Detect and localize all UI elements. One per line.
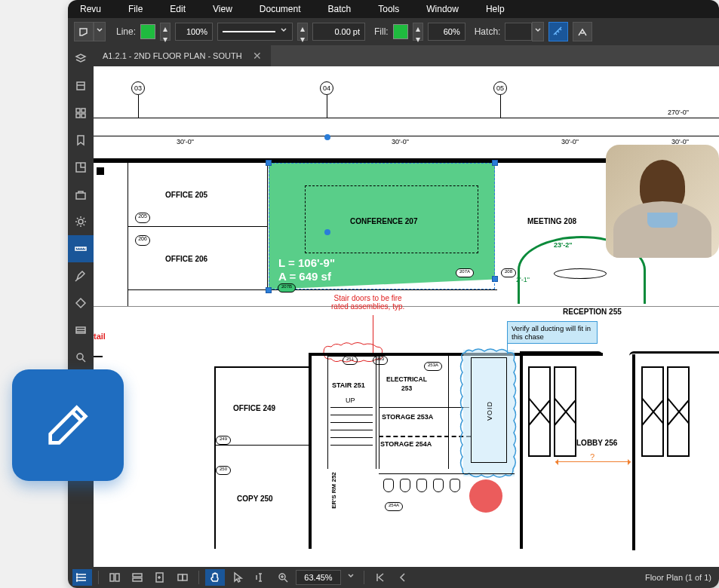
fill-opacity-input[interactable] (428, 23, 466, 41)
document-tab[interactable]: A1.2.1 - 2ND FLOOR PLAN - SOUTH ✕ (94, 45, 271, 66)
fill-opacity-spinner[interactable]: ▴▾ (413, 23, 423, 41)
svg-rect-15 (115, 574, 119, 581)
menu-view[interactable]: View (213, 4, 232, 14)
line-width-input[interactable] (175, 23, 213, 41)
sets-panel-button[interactable] (68, 317, 94, 344)
wall-curve (629, 351, 719, 356)
menu-document[interactable]: Document (260, 4, 301, 14)
tab-close-button[interactable]: ✕ (253, 50, 262, 62)
wall (214, 445, 311, 446)
thumbnails-panel-button[interactable] (68, 72, 94, 100)
split-horizontal-button[interactable] (128, 569, 147, 586)
line-pt-input[interactable] (312, 23, 365, 41)
shape-tool-button[interactable] (74, 22, 94, 41)
line-pt-spinner[interactable]: ▴▾ (297, 23, 308, 41)
measurements-panel-button[interactable] (68, 235, 94, 262)
prev-icon (397, 571, 409, 583)
first-page-button[interactable] (370, 569, 390, 586)
rotate-handle[interactable] (324, 134, 330, 140)
door-tag-208: 208 (501, 268, 516, 277)
sync-icon (177, 571, 189, 583)
spaces-panel-button[interactable] (68, 154, 94, 181)
signatures-panel-button[interactable] (68, 262, 94, 289)
measure-mode-button[interactable] (548, 22, 568, 41)
layers-panel-button[interactable] (68, 45, 94, 72)
menu-edit[interactable]: Edit (170, 4, 186, 14)
snap-button[interactable] (573, 22, 592, 41)
menu-revu[interactable]: Revu (80, 4, 101, 14)
chevron-down-icon (347, 571, 355, 583)
menu-tools[interactable]: Tools (378, 4, 399, 14)
line-color-swatch[interactable] (140, 24, 155, 39)
wall (128, 226, 267, 227)
shape-tool-dropdown[interactable] (94, 22, 106, 41)
dimension-orange[interactable] (555, 461, 631, 462)
sync-view-button[interactable] (173, 569, 192, 586)
tab-title: A1.2.1 - 2ND FLOOR PLAN - SOUTH (103, 51, 242, 60)
measurement-length: L = 106'-9" (278, 256, 335, 269)
svg-rect-14 (110, 574, 114, 581)
dim-seg1: 30'-0" (177, 138, 194, 145)
door-tag-205: 205 (135, 213, 150, 223)
tag-icon (75, 297, 87, 309)
pan-tool-button[interactable] (205, 569, 225, 586)
void-label: VOID (486, 401, 493, 421)
door-tag-253: 253 (373, 356, 388, 365)
text-cursor-icon (254, 571, 266, 583)
line-style-select[interactable] (217, 23, 293, 41)
callout-stair-note[interactable]: Stair doors to be fire rated assemblies,… (331, 294, 404, 311)
properties-panel-button[interactable] (68, 208, 94, 235)
menu-batch[interactable]: Batch (328, 4, 352, 14)
drawing-canvas[interactable]: 03 04 05 270'-0" 30'-0" 30'-0" 30'-0" 30… (94, 66, 719, 567)
zoom-input[interactable] (296, 570, 341, 585)
hatch-dropdown[interactable] (532, 22, 544, 41)
pen-icon (75, 270, 87, 282)
first-icon (374, 571, 386, 583)
zoom-dropdown[interactable] (344, 569, 358, 586)
menu-help[interactable]: Help (486, 4, 505, 14)
measure-icon (552, 26, 564, 38)
callout-duct-note[interactable]: Verify all ducting will fit in this chas… (507, 321, 598, 344)
svg-rect-6 (76, 193, 85, 199)
prev-page-button[interactable] (393, 569, 413, 586)
search-panel-button[interactable] (68, 344, 94, 371)
select-tool-button[interactable] (228, 569, 247, 586)
grid-panel-button[interactable] (68, 100, 94, 127)
pencil-icon (41, 399, 94, 452)
room-lobby-256: LOBBY 256 (576, 439, 617, 447)
fill-color-swatch[interactable] (393, 24, 408, 39)
room-electrical-253a: ELECTRICAL (386, 375, 427, 383)
chevron-down-icon (534, 26, 542, 38)
room-meeting-208: MEETING 208 (527, 217, 576, 225)
wall-dashed (94, 306, 719, 307)
menu-window[interactable]: Window (426, 4, 459, 14)
stair-tread (330, 407, 373, 408)
hatch-select[interactable] (505, 23, 532, 41)
door-tag-251: 251 (343, 356, 358, 365)
room-office-205: OFFICE 205 (165, 191, 207, 199)
markups-list-button[interactable] (72, 569, 92, 586)
new-view-button[interactable] (150, 569, 170, 586)
room-office-206: OFFICE 206 (165, 255, 207, 263)
bookmarks-panel-button[interactable] (68, 127, 94, 154)
menu-file[interactable]: File (128, 4, 143, 14)
zoom-tool-button[interactable] (273, 569, 293, 586)
gear-icon (75, 216, 87, 228)
center-handle[interactable] (324, 229, 330, 235)
links-panel-button[interactable] (68, 289, 94, 317)
text-select-button[interactable] (250, 569, 270, 586)
wall (520, 353, 523, 549)
grid-line (327, 95, 327, 118)
app-window: Revu File Edit View Document Batch Tools… (68, 0, 719, 588)
stair-tread (330, 437, 373, 438)
toolchest-panel-button[interactable] (68, 181, 94, 208)
split-vertical-button[interactable] (105, 569, 124, 586)
line-width-spinner[interactable]: ▴▾ (160, 23, 171, 41)
stair-tread (330, 422, 373, 423)
door-tag-253a: 253A (424, 362, 442, 371)
arc-height: 2'-1" (516, 276, 530, 283)
floating-edit-badge (12, 369, 124, 481)
main-area: A1.2.1 - 2ND FLOOR PLAN - SOUTH ✕ 03 04 … (68, 45, 719, 567)
split-h-icon (131, 571, 143, 583)
wall (309, 353, 312, 549)
